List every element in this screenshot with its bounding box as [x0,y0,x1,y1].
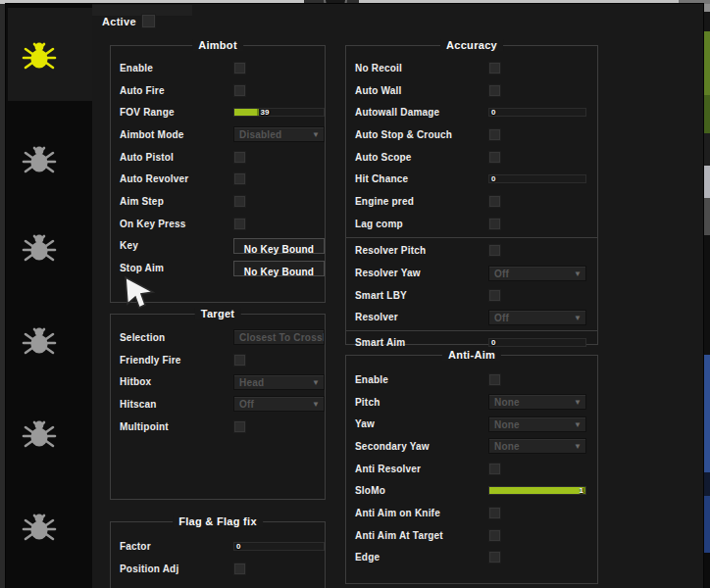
row-label: Hit Chance [355,173,408,184]
row-hitbox: Hitbox Head ▼ [111,370,325,393]
slider-value: 0 [491,108,495,117]
dropdown-value: None [494,397,520,408]
row-aa-knife: Anti Aim on Knife [346,502,597,524]
yaw-dropdown[interactable]: None ▼ [488,416,586,432]
bug-icon [22,37,57,73]
chevron-down-icon: ▼ [574,420,582,429]
row-label: Anti Resolver [355,464,421,474]
autowall-damage-slider[interactable]: 0 [488,108,586,117]
auto-fire-checkbox[interactable] [233,84,246,97]
bug-icon [22,141,57,176]
chevron-down-icon: ▼ [574,314,582,322]
lag-comp-checkbox[interactable] [488,218,501,230]
sidebar-item-aimbot[interactable] [8,8,92,101]
resolver-yaw-dropdown[interactable]: Off ▼ [488,266,586,281]
active-label: Active [102,16,136,27]
pitch-dropdown[interactable]: None ▼ [488,394,586,410]
factor-slider[interactable]: 0 [233,542,325,551]
sidebar-item-6[interactable] [8,479,92,572]
row-label: Auto Wall [355,85,402,96]
auto-pistol-checkbox[interactable] [233,151,246,164]
fov-range-slider[interactable]: 39 [233,108,325,117]
anti-aim-at-target-checkbox[interactable] [488,529,501,542]
sidebar-item-3[interactable] [8,200,92,293]
sidebar-item-4[interactable] [8,293,92,386]
stop-aim-bind-button[interactable]: No Key Bound [233,261,325,276]
row-label: Anti Aim At Target [355,530,443,541]
row-label: Autowall Damage [355,107,439,118]
sidebar-item-5[interactable] [8,386,92,479]
row-aa-at-target: Anti Aim At Target [346,524,597,547]
row-auto-scope: Auto Scope [346,146,597,169]
row-resolver-pitch: Resolver Pitch [346,240,597,263]
row-multipoint: Multipoint [111,416,325,438]
row-label: Edge [355,552,380,563]
active-checkbox[interactable] [141,14,156,28]
friendly-fire-checkbox[interactable] [233,354,246,367]
row-label: Multipoint [120,421,169,432]
secondary-yaw-dropdown[interactable]: None ▼ [488,438,586,454]
row-label: Auto Scope [355,152,412,163]
no-recoil-checkbox[interactable] [488,62,501,74]
row-label: Aimbot Mode [120,129,184,140]
keybind-value: No Key Bound [244,244,314,255]
selection-dropdown[interactable]: Closest To Crosshair [233,329,325,345]
enable-checkbox[interactable] [233,62,246,74]
chevron-down-icon: ▼ [312,378,320,387]
slider-value: 39 [260,108,269,117]
dropdown-value: Off [494,313,509,323]
row-auto-stop-crouch: Auto Stop & Crouch [346,123,597,146]
row-label: Stop Aim [120,263,164,273]
dropdown-value: Off [239,399,254,410]
anti-resolver-checkbox[interactable] [488,463,501,475]
aim-step-checkbox[interactable] [233,195,246,208]
auto-revolver-checkbox[interactable] [233,172,246,185]
anti-aim-knife-checkbox[interactable] [488,507,501,519]
cheat-menu-window: Active Aimbot Enable Auto Fire FOV Range… [6,4,703,588]
row-hit-chance: Hit Chance 0 [346,168,597,190]
multipoint-checkbox[interactable] [233,420,246,433]
resolver-pitch-checkbox[interactable] [488,244,501,257]
row-label: Auto Fire [120,85,165,96]
panel-flag-fix: Flag & Flag fix Factor 0 Position Adj [110,521,326,588]
row-label: Engine pred [355,196,414,207]
slomo-slider[interactable]: 1 [488,486,586,495]
slider-value: 0 [236,542,240,551]
row-label: Smart Aim [355,337,405,348]
aa-enable-checkbox[interactable] [488,373,501,386]
position-adj-checkbox[interactable] [233,563,246,575]
row-enable: Enable [111,57,325,79]
row-pitch: Pitch None ▼ [346,391,597,414]
sidebar-item-2[interactable] [8,112,92,205]
hit-chance-slider[interactable]: 0 [488,174,586,183]
row-label: Resolver Pitch [355,245,426,256]
row-auto-pistol: Auto Pistol [111,146,325,169]
row-label: Enable [355,374,388,385]
row-label: Enable [120,63,153,74]
row-auto-fire: Auto Fire [111,79,325,102]
bug-icon [22,322,57,358]
resolver-dropdown[interactable]: Off ▼ [488,310,586,325]
row-resolver-yaw: Resolver Yaw Off ▼ [346,262,597,284]
row-anti-resolver: Anti Resolver [346,458,597,480]
row-resolver: Resolver Off ▼ [346,307,597,329]
smart-aim-slider[interactable]: 0 [488,338,586,347]
row-label: Key [120,240,138,251]
auto-wall-checkbox[interactable] [488,84,501,97]
row-secondary-yaw: Secondary Yaw None ▼ [346,435,597,458]
row-label: Hitbox [120,376,151,387]
row-stop-aim: Stop Aim No Key Bound [111,257,325,279]
hitscan-dropdown[interactable]: Off ▼ [233,396,325,412]
smart-lby-checkbox[interactable] [488,289,501,302]
row-factor: Factor 0 [111,535,325,558]
key-bind-button[interactable]: No Key Bound [233,238,325,254]
aimbot-mode-dropdown[interactable]: Disabled ▼ [233,126,325,142]
row-autowall-damage: Autowall Damage 0 [346,101,597,123]
edge-checkbox[interactable] [488,551,501,564]
hitbox-dropdown[interactable]: Head ▼ [233,374,325,390]
engine-pred-checkbox[interactable] [488,195,501,208]
auto-scope-checkbox[interactable] [488,151,501,164]
auto-stop-crouch-checkbox[interactable] [488,128,501,141]
on-key-press-checkbox[interactable] [233,218,246,230]
row-label: Factor [120,541,151,552]
